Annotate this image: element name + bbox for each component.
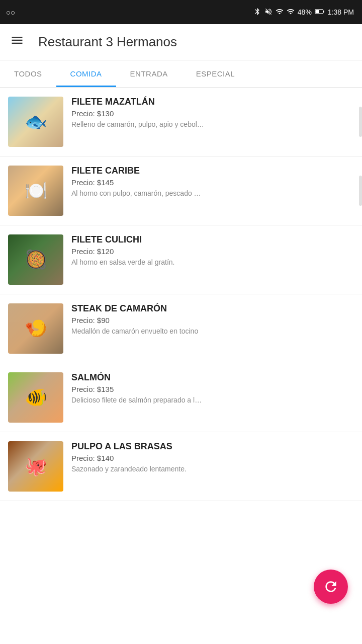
menu-item-desc-2: Al horno con pulpo, camarón, pescado … <box>71 189 350 198</box>
food-emoji-2: 🍽️ <box>8 166 63 216</box>
scroll-indicator-1 <box>359 107 362 137</box>
svg-rect-1 <box>323 10 324 12</box>
food-emoji-3: 🥘 <box>8 234 63 285</box>
menu-item-desc-1: Relleno de camarón, pulpo, apio y cebol… <box>71 120 350 129</box>
food-image-6: 🐙 <box>8 441 63 492</box>
menu-item-info-5: SALMÓN Precio: $135 Delicioso filete de … <box>71 372 354 405</box>
signal-icon <box>276 8 284 17</box>
status-left: ○○ <box>6 8 15 17</box>
menu-item-info-1: FILETE MAZATLÁN Precio: $130 Relleno de … <box>71 97 354 129</box>
menu-item-desc-5: Delicioso filete de salmón preparado a l… <box>71 395 350 405</box>
menu-item-price-6: Precio: $140 <box>71 454 350 462</box>
food-emoji-1: 🐟 <box>8 97 63 147</box>
menu-list: 🐟 FILETE MAZATLÁN Precio: $130 Relleno d… <box>0 88 362 501</box>
time-display: 1:38 PM <box>328 8 354 16</box>
menu-item-name-2: FILETE CARIBE <box>71 166 350 176</box>
tab-bar: TODOS COMIDA ENTRADA ESPECIAL <box>0 60 362 88</box>
food-image-3: 🥘 <box>8 234 63 285</box>
food-image-5: 🐠 <box>8 372 63 423</box>
list-item[interactable]: 🍤 STEAK DE CAMARÓN Precio: $90 Medallón … <box>0 294 362 363</box>
menu-item-price-4: Precio: $90 <box>71 316 350 325</box>
hamburger-menu-button[interactable] <box>10 33 24 51</box>
menu-item-name-5: SALMÓN <box>71 372 350 383</box>
food-emoji-5: 🐠 <box>8 372 63 423</box>
wifi-icon <box>287 8 295 17</box>
scroll-indicator-2 <box>359 176 362 206</box>
list-item[interactable]: 🐟 FILETE MAZATLÁN Precio: $130 Relleno d… <box>0 88 362 156</box>
tab-entrada[interactable]: ENTRADA <box>116 60 182 87</box>
menu-item-name-4: STEAK DE CAMARÓN <box>71 303 350 314</box>
food-image-1: 🐟 <box>8 97 63 147</box>
menu-item-price-5: Precio: $135 <box>71 385 350 393</box>
bluetooth-icon <box>253 8 261 17</box>
menu-item-price-1: Precio: $130 <box>71 109 350 118</box>
menu-item-name-6: PULPO A LAS BRASAS <box>71 441 350 452</box>
battery-icon <box>315 8 325 17</box>
menu-item-price-2: Precio: $145 <box>71 178 350 187</box>
refresh-icon <box>323 579 339 595</box>
status-right: 48% 1:38 PM <box>253 8 354 17</box>
tab-comida[interactable]: COMIDA <box>56 60 116 87</box>
refresh-fab-button[interactable] <box>314 570 348 604</box>
menu-item-info-3: FILETE CULICHI Precio: $120 Al horno en … <box>71 234 354 267</box>
food-image-2: 🍽️ <box>8 166 63 216</box>
list-item[interactable]: 🐠 SALMÓN Precio: $135 Delicioso filete d… <box>0 363 362 432</box>
menu-item-name-3: FILETE CULICHI <box>71 234 350 245</box>
tab-todos[interactable]: TODOS <box>0 60 56 87</box>
menu-item-desc-4: Medallón de camarón envuelto en tocino <box>71 327 350 336</box>
menu-item-info-2: FILETE CARIBE Precio: $145 Al horno con … <box>71 166 354 198</box>
battery-text: 48% <box>298 8 312 16</box>
tab-especial[interactable]: ESPECIAL <box>182 60 249 87</box>
menu-item-price-3: Precio: $120 <box>71 247 350 256</box>
list-item[interactable]: 🐙 PULPO A LAS BRASAS Precio: $140 Sazona… <box>0 432 362 501</box>
food-emoji-6: 🐙 <box>8 441 63 492</box>
food-image-4: 🍤 <box>8 303 63 354</box>
menu-item-info-6: PULPO A LAS BRASAS Precio: $140 Sazonado… <box>71 441 354 473</box>
app-title: Restaurant 3 Hermanos <box>38 34 177 50</box>
list-item[interactable]: 🥘 FILETE CULICHI Precio: $120 Al horno e… <box>0 225 362 294</box>
food-emoji-4: 🍤 <box>8 303 63 354</box>
svg-rect-2 <box>315 10 319 13</box>
menu-item-desc-3: Al horno en salsa verde al gratín. <box>71 258 350 267</box>
menu-item-info-4: STEAK DE CAMARÓN Precio: $90 Medallón de… <box>71 303 354 336</box>
menu-item-name-1: FILETE MAZATLÁN <box>71 97 350 107</box>
status-bar: ○○ 48% 1:38 PM <box>0 0 362 24</box>
notification-icon: ○○ <box>6 8 15 17</box>
sound-icon <box>264 8 273 17</box>
list-item[interactable]: 🍽️ FILETE CARIBE Precio: $145 Al horno c… <box>0 156 362 225</box>
menu-item-desc-6: Sazonado y zarandeado lentamente. <box>71 464 350 473</box>
app-bar: Restaurant 3 Hermanos <box>0 24 362 60</box>
